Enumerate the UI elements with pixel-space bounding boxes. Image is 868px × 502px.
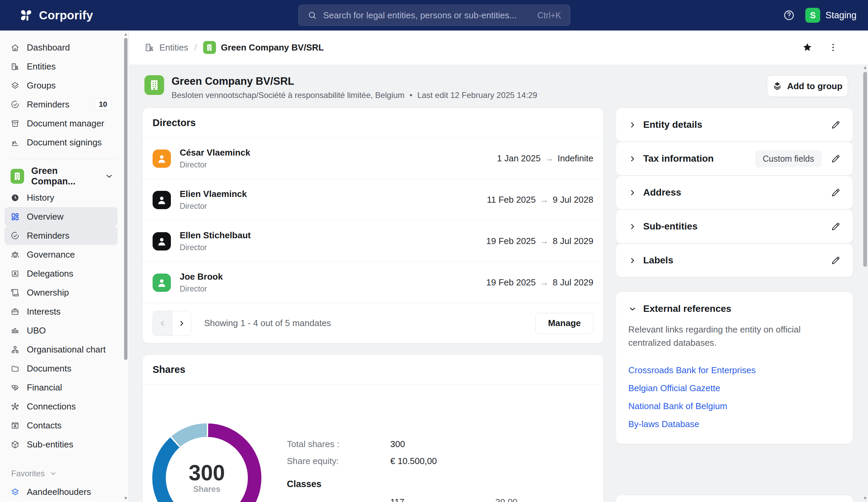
search-icon bbox=[308, 11, 317, 20]
sidebar-item[interactable]: Entities bbox=[4, 57, 118, 76]
sidebar-item[interactable]: Interests bbox=[4, 302, 118, 321]
detail-card[interactable]: Tax information Custom fields bbox=[616, 142, 853, 176]
brand-name: Corporify bbox=[39, 9, 93, 22]
scroll-down-arrow[interactable]: ▼ bbox=[123, 496, 128, 501]
sidebar-item-icon bbox=[11, 43, 20, 52]
main-scrollbar[interactable]: ▲ ▼ bbox=[862, 64, 868, 502]
sidebar-item[interactable]: Organisational chart bbox=[4, 340, 118, 359]
director-row[interactable]: Elien Vlaeminck Director 11 Feb 2025 → 9… bbox=[143, 179, 603, 221]
prev-page-button[interactable] bbox=[153, 311, 172, 336]
scroll-down-arrow[interactable]: ▼ bbox=[862, 496, 868, 501]
kebab-menu-icon[interactable] bbox=[828, 42, 838, 53]
sidebar-item[interactable]: UBO bbox=[4, 321, 118, 340]
scroll-up-arrow[interactable]: ▲ bbox=[123, 32, 128, 36]
director-row[interactable]: Ellen Stichelbaut Director 19 Feb 2025 →… bbox=[143, 221, 603, 262]
detail-cards: Entity details Tax information Custom fi… bbox=[616, 108, 853, 277]
building-icon bbox=[147, 77, 162, 93]
add-to-group-button[interactable]: Add to group bbox=[767, 75, 848, 97]
sidebar-item[interactable]: Overview bbox=[4, 207, 118, 226]
sidebar-item[interactable]: Document manager bbox=[4, 114, 118, 133]
external-link[interactable]: National Bank of Belgium bbox=[628, 401, 840, 411]
sidebar-item-label: Overview bbox=[27, 211, 63, 222]
sidebar-item[interactable]: Sub-entities bbox=[4, 435, 118, 454]
sidebar-item[interactable]: Reminders 10 bbox=[4, 95, 118, 114]
external-link[interactable]: By-laws Database bbox=[628, 419, 840, 429]
external-link[interactable]: Crossroads Bank for Enterprises bbox=[628, 365, 840, 376]
sidebar-item-label: Documents bbox=[27, 363, 72, 374]
edit-pencil-icon[interactable] bbox=[831, 222, 840, 231]
person-icon bbox=[155, 152, 168, 165]
entity-icon-wrap bbox=[11, 169, 24, 184]
shares-donut-center: 300 Shares bbox=[166, 437, 248, 502]
arrow-right-icon: → bbox=[540, 195, 549, 205]
detail-card[interactable]: Labels bbox=[616, 243, 853, 277]
sidebar-item-label: Delegations bbox=[27, 269, 73, 279]
environment-label: Staging bbox=[825, 10, 857, 21]
sidebar-item-icon bbox=[11, 62, 20, 71]
breadcrumb-parent[interactable]: Entities bbox=[159, 42, 188, 53]
scrollbar-thumb[interactable] bbox=[863, 72, 867, 267]
sidebar-item[interactable]: Governance bbox=[4, 245, 118, 264]
chevron-right-icon bbox=[628, 222, 637, 231]
favorites-header[interactable]: Favorites bbox=[11, 469, 118, 478]
edit-pencil-icon[interactable] bbox=[831, 188, 840, 198]
sidebar-item[interactable]: Dashboard bbox=[4, 38, 118, 57]
add-group-icon bbox=[772, 81, 782, 91]
next-page-button[interactable] bbox=[172, 311, 191, 336]
favorite-item[interactable]: Aandeelhouders bbox=[4, 482, 118, 501]
global-search[interactable]: Ctrl+K bbox=[298, 5, 570, 26]
user-menu[interactable]: S Staging bbox=[805, 8, 857, 23]
director-row[interactable]: Joe Brook Director 19 Feb 2025 → 8 Jul 2… bbox=[143, 262, 603, 303]
group-icon bbox=[11, 488, 20, 496]
manage-button[interactable]: Manage bbox=[535, 313, 593, 334]
sidebar-item-icon bbox=[11, 212, 20, 221]
brand[interactable]: Corporify bbox=[19, 8, 93, 23]
director-avatar bbox=[153, 191, 171, 209]
help-icon[interactable] bbox=[783, 9, 795, 21]
favorite-star-icon[interactable] bbox=[802, 42, 813, 53]
mandate-end: 8 Jul 2029 bbox=[553, 277, 593, 288]
external-link[interactable]: Belgian Official Gazette bbox=[628, 383, 840, 394]
sidebar-item[interactable]: Financial bbox=[4, 378, 118, 397]
chevron-left-icon bbox=[158, 319, 166, 327]
edit-pencil-icon[interactable] bbox=[831, 120, 840, 130]
detail-card[interactable]: Entity details bbox=[616, 108, 853, 142]
breadcrumb-actions bbox=[802, 42, 838, 53]
director-name: Elien Vlaeminck bbox=[180, 189, 247, 199]
shares-body: 300 Shares Total shares : 300 Share equi… bbox=[143, 385, 603, 502]
sidebar-item[interactable]: Ownership bbox=[4, 283, 118, 302]
sidebar-item[interactable]: Document signings bbox=[4, 133, 118, 152]
sidebar-item[interactable]: Reminders bbox=[4, 226, 118, 245]
arrow-right-icon: → bbox=[545, 153, 553, 164]
classes-heading: Classes bbox=[287, 479, 321, 490]
user-avatar: S bbox=[805, 8, 820, 23]
sidebar-item[interactable]: Connections bbox=[4, 397, 118, 416]
sidebar-item-icon bbox=[11, 383, 20, 392]
search-input[interactable] bbox=[323, 10, 531, 21]
sidebar-item-label: Reminders bbox=[27, 99, 70, 110]
external-references-header[interactable]: External references bbox=[628, 303, 840, 314]
sidebar-item[interactable]: Groups bbox=[4, 76, 118, 95]
sidebar-item[interactable]: Documents bbox=[4, 359, 118, 378]
director-name: César Vlaeminck bbox=[180, 147, 250, 158]
sidebar-item[interactable]: Delegations bbox=[4, 264, 118, 283]
sidebar-item[interactable]: History bbox=[4, 188, 118, 207]
sidebar-item[interactable]: Contacts bbox=[4, 416, 118, 435]
edit-pencil-icon[interactable] bbox=[831, 154, 840, 164]
sidebar-item-icon bbox=[11, 288, 20, 297]
class-shares: 117 Shares bbox=[390, 497, 418, 502]
page-header: Green Company BV/SRL Besloten vennootsch… bbox=[144, 75, 540, 100]
entity-switcher-label: Green Compan... bbox=[31, 166, 98, 187]
edit-pencil-icon[interactable] bbox=[831, 255, 840, 265]
scrollbar-thumb[interactable] bbox=[124, 38, 127, 360]
sidebar-item-label: Organisational chart bbox=[27, 344, 106, 355]
scroll-up-arrow[interactable]: ▲ bbox=[862, 65, 868, 70]
sidebar-scrollbar[interactable]: ▲ ▼ bbox=[123, 31, 128, 502]
sidebar-entity-switcher[interactable]: Green Compan... bbox=[4, 166, 118, 187]
detail-card[interactable]: Address bbox=[616, 176, 853, 209]
sidebar-item-label: Contacts bbox=[27, 420, 62, 431]
director-row[interactable]: César Vlaeminck Director 1 Jan 2025 → In… bbox=[143, 138, 603, 179]
sidebar-item-icon bbox=[11, 119, 20, 128]
detail-card[interactable]: Sub-entities bbox=[616, 209, 853, 243]
mandate-start: 1 Jan 2025 bbox=[497, 153, 541, 164]
